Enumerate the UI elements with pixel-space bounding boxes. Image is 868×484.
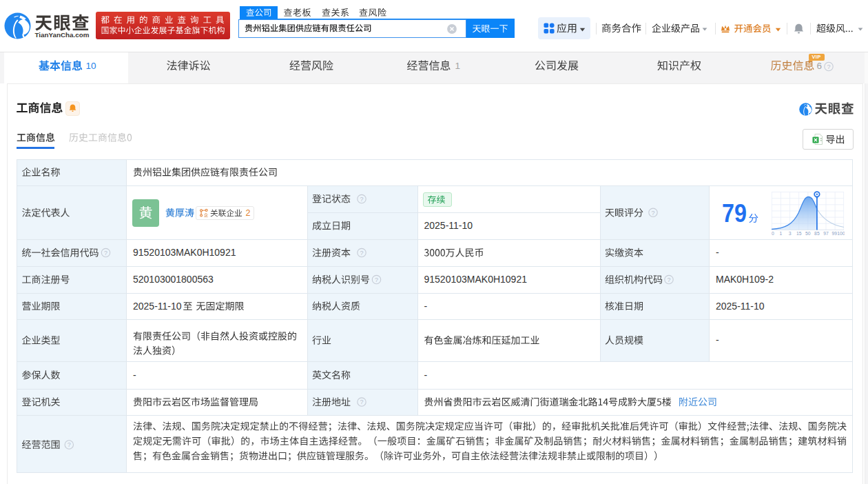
svg-text:?: ? bbox=[104, 250, 107, 256]
svg-text:?: ? bbox=[375, 276, 378, 283]
svg-text:-: - bbox=[424, 370, 428, 381]
svg-text:6: 6 bbox=[817, 61, 823, 71]
svg-text:2025-11-10: 2025-11-10 bbox=[424, 220, 473, 231]
svg-text:79: 79 bbox=[722, 199, 747, 228]
svg-text:?: ? bbox=[667, 276, 670, 283]
svg-text:1: 1 bbox=[455, 61, 461, 71]
svg-text:VIP: VIP bbox=[812, 54, 821, 60]
svg-text:?: ? bbox=[827, 63, 830, 70]
svg-text:?: ? bbox=[360, 399, 363, 405]
svg-text:2025-11-10: 2025-11-10 bbox=[716, 301, 765, 312]
svg-text:?: ? bbox=[68, 441, 71, 448]
svg-text:?: ? bbox=[651, 210, 654, 216]
svg-text:-: - bbox=[716, 247, 719, 258]
svg-text:91520103MAK0H10921: 91520103MAK0H10921 bbox=[424, 274, 528, 285]
svg-text:2025-11-10: 2025-11-10 bbox=[133, 301, 182, 312]
svg-text:10: 10 bbox=[86, 61, 96, 71]
svg-text:?: ? bbox=[360, 196, 363, 203]
svg-text:-: - bbox=[424, 301, 428, 312]
svg-text:2: 2 bbox=[246, 208, 251, 218]
svg-text:MAK0H109-2: MAK0H109-2 bbox=[716, 274, 774, 285]
svg-text:?: ? bbox=[360, 250, 363, 256]
svg-text:-: - bbox=[716, 334, 719, 345]
svg-text:TianYanCha.com: TianYanCha.com bbox=[35, 32, 90, 39]
svg-text:91520103MAK0H10921: 91520103MAK0H10921 bbox=[133, 247, 236, 258]
svg-text:-: - bbox=[133, 370, 136, 381]
svg-text:520103001800563: 520103001800563 bbox=[133, 274, 214, 285]
